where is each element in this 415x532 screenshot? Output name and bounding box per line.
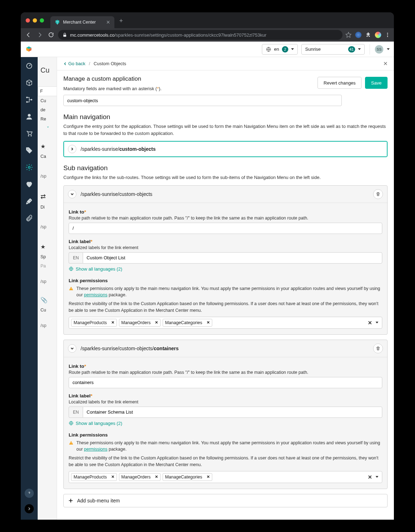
svg-point-11 — [31, 135, 32, 136]
sitemap-icon[interactable] — [25, 96, 33, 104]
svg-rect-0 — [63, 35, 66, 37]
expand-toggle-button[interactable] — [68, 145, 76, 153]
expand-rail-icon[interactable] — [25, 504, 34, 513]
browser-tab-strip: Merchant Center × + — [21, 12, 394, 28]
permissions-link[interactable]: permissions — [84, 447, 108, 452]
permissions-link[interactable]: permissions — [84, 292, 108, 297]
permissions-select[interactable]: ManageProducts✕ ManageOrders✕ ManageCate… — [69, 317, 382, 329]
save-button[interactable]: Save — [365, 77, 388, 89]
window-close-icon[interactable] — [26, 18, 30, 23]
delete-button[interactable] — [373, 344, 383, 353]
svg-point-6 — [26, 97, 28, 98]
expand-toggle-button[interactable] — [68, 344, 76, 353]
trash-icon — [376, 346, 381, 351]
link-label-input[interactable] — [83, 252, 382, 264]
paperclip-icon[interactable] — [25, 214, 33, 222]
link-label-label: Link label* — [69, 393, 382, 398]
remove-tag-icon[interactable]: ✕ — [207, 320, 210, 325]
extension-icon[interactable] — [355, 32, 361, 38]
show-languages-button[interactable]: Show all languages (2) — [69, 266, 382, 272]
browser-reload-icon[interactable] — [47, 31, 55, 39]
caret-down-icon[interactable] — [387, 48, 390, 50]
permissions-desc: Restrict the visibility of the link to t… — [69, 455, 382, 468]
remove-tag-icon[interactable]: ✕ — [155, 320, 158, 325]
tag-icon[interactable] — [25, 147, 33, 154]
warning-icon — [69, 440, 74, 445]
lock-icon — [62, 32, 67, 37]
add-submenu-button[interactable]: Add sub-menu item — [63, 494, 388, 507]
browser-address-bar[interactable]: mc.commercetools.co /sparkles-sunrise/se… — [58, 30, 342, 40]
clear-icon[interactable] — [368, 475, 372, 479]
new-tab-icon[interactable]: + — [119, 17, 123, 25]
show-languages-button[interactable]: Show all languages (2) — [69, 421, 382, 426]
link-to-help: Route path relative to the main applicat… — [69, 370, 382, 375]
page-title: Manage a custom application — [63, 75, 317, 82]
plus-icon — [68, 498, 74, 503]
permission-tag: ManageProducts✕ — [71, 473, 117, 481]
remove-tag-icon[interactable]: ✕ — [111, 320, 114, 325]
svg-point-7 — [26, 101, 28, 103]
app-topbar: en 2 Sunrise 41 SS — [21, 42, 394, 57]
link-label-help: Localized labels for the link element — [69, 245, 382, 250]
app-key-input[interactable] — [63, 95, 342, 106]
browser-back-icon[interactable] — [24, 31, 33, 39]
link-to-input[interactable] — [69, 223, 382, 234]
link-to-input[interactable] — [69, 377, 382, 388]
user-icon[interactable] — [25, 113, 33, 120]
link-label-help: Localized labels for the link element — [69, 400, 382, 404]
puzzle-icon[interactable] — [365, 32, 371, 38]
main-nav-path: /sparkles-sunrise/custom-objects — [81, 146, 156, 152]
rocket-icon[interactable] — [25, 197, 33, 205]
svg-point-1 — [387, 33, 388, 34]
user-avatar[interactable]: SS — [375, 45, 383, 54]
clear-icon[interactable] — [368, 321, 372, 325]
window-traffic-lights — [26, 18, 44, 23]
caret-down-icon[interactable] — [376, 322, 378, 323]
permissions-warning: These permissions only apply to the main… — [69, 440, 382, 453]
permissions-select[interactable]: ManageProducts✕ ManageOrders✕ ManageCate… — [69, 471, 382, 483]
go-back-link[interactable]: Go back — [63, 61, 85, 66]
link-to-label: Link to* — [69, 209, 382, 215]
project-selector[interactable]: Sunrise 41 — [301, 44, 365, 55]
permission-tag: ManageCategories✕ — [163, 473, 212, 481]
browser-tab[interactable]: Merchant Center × — [50, 16, 114, 28]
gear-icon[interactable] — [25, 163, 33, 171]
project-badge: 41 — [348, 46, 355, 52]
tab-favicon-icon — [55, 19, 60, 25]
window-max-icon[interactable] — [40, 18, 44, 23]
link-permissions-label: Link permissions — [69, 278, 382, 283]
box-icon[interactable] — [25, 79, 33, 87]
revert-button[interactable]: Revert changes — [317, 77, 361, 89]
svg-point-12 — [27, 149, 29, 150]
heart-icon[interactable] — [25, 180, 33, 188]
language-code: en — [274, 47, 279, 52]
sub-nav-heading: Sub navigation — [63, 164, 388, 172]
permission-tag: ManageProducts✕ — [71, 319, 117, 327]
chevron-down-icon — [70, 192, 74, 196]
permission-tag: ManageOrders✕ — [119, 473, 161, 481]
close-icon[interactable]: × — [383, 60, 388, 68]
tab-close-icon[interactable]: × — [106, 19, 110, 26]
dashboard-icon[interactable] — [25, 62, 33, 70]
cart-icon[interactable] — [25, 130, 33, 137]
link-label-input[interactable] — [83, 407, 382, 418]
remove-tag-icon[interactable]: ✕ — [155, 475, 158, 479]
language-selector[interactable]: en 2 — [262, 44, 298, 55]
avatar-extension-icon[interactable] — [375, 32, 381, 38]
sub-nav-path: /sparkles-sunrise/custom-objects — [81, 191, 152, 197]
caret-down-icon[interactable] — [376, 476, 378, 478]
permission-tag: ManageOrders✕ — [119, 319, 161, 327]
remove-tag-icon[interactable]: ✕ — [111, 475, 114, 479]
browser-menu-icon[interactable] — [385, 32, 390, 38]
window-min-icon[interactable] — [33, 18, 37, 23]
help-icon[interactable] — [25, 489, 34, 498]
delete-button[interactable] — [373, 189, 383, 199]
remove-tag-icon[interactable]: ✕ — [207, 475, 210, 479]
expand-toggle-button[interactable] — [68, 190, 76, 198]
star-icon[interactable] — [345, 32, 352, 38]
project-name: Sunrise — [305, 47, 321, 52]
sub-nav-item: /sparkles-sunrise/custom-objects Link to… — [63, 185, 388, 335]
obscured-background-panel: Cu F Cu de Re ˅ ★ Ca /sp ⇄ Di /sp ★ Sp P… — [38, 57, 57, 520]
left-nav-rail — [21, 57, 38, 520]
brand-logo-icon[interactable] — [25, 45, 33, 53]
